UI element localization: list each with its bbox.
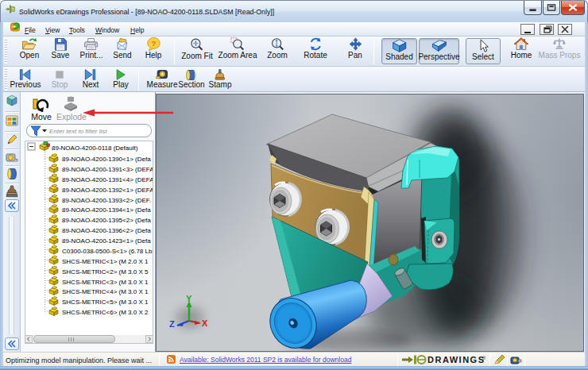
svg-text:SHCS-METRIC<2> (M 3.0 X 5: SHCS-METRIC<2> (M 3.0 X 5 [62,268,149,276]
svg-text:89-NOAO-4200-1396<2> (Defa: 89-NOAO-4200-1396<2> (Defa [62,227,151,234]
svg-text:C0300-038-0500-S<1> (6.78 Lb: C0300-038-0500-S<1> (6.78 Lb [62,248,153,255]
svg-text:89-NOAO-4200-1391<4> (DEFA: 89-NOAO-4200-1391<4> (DEFA [62,176,153,183]
svg-text:89-NOAO-4200-1393<2> (DEF.: 89-NOAO-4200-1393<2> (DEF. [62,197,151,204]
svg-text:X: X [202,318,208,328]
svg-text:89-NOAO-4200-1392<1> (DEFA: 89-NOAO-4200-1392<1> (DEFA [62,187,153,194]
svg-text:®: ® [482,356,486,360]
svg-text:Y: Y [186,294,192,303]
svg-text:89-NOAO-4200-1394<1> (Defa: 89-NOAO-4200-1394<1> (Defa [62,206,151,214]
svg-text:Z: Z [169,319,175,329]
svg-text:SHCS-METRIC<6> (M 3.0 X 2: SHCS-METRIC<6> (M 3.0 X 2 [62,309,149,316]
svg-text:?: ? [151,39,156,48]
svg-text:DRAWINGS: DRAWINGS [427,355,485,364]
svg-text:SHCS-METRIC<5> (M 3.0 X 1: SHCS-METRIC<5> (M 3.0 X 1 [62,299,149,306]
svg-text:89-NOAO-4200-1390<1> (Defa: 89-NOAO-4200-1390<1> (Defa [62,156,151,163]
svg-text:89-NOAO-4200-1423<1> (Defa: 89-NOAO-4200-1423<1> (Defa [62,237,151,245]
svg-text:SHCS-METRIC<3> (M 3.0 X 1: SHCS-METRIC<3> (M 3.0 X 1 [62,279,149,286]
svg-text:89-NOAO-4200-0118 (Default): 89-NOAO-4200-0118 (Default) [52,145,138,152]
svg-text:89-NOAO-4200-1391<3> (DEFA: 89-NOAO-4200-1391<3> (DEFA [62,166,153,173]
svg-text:89-NOAO-4200-1395<2> (Defa: 89-NOAO-4200-1395<2> (Defa [62,217,151,224]
svg-text:SHCS-METRIC<4> (M 3.0 X 1: SHCS-METRIC<4> (M 3.0 X 1 [62,288,149,295]
svg-text:SHCS-METRIC<1> (M 2.0 X 1: SHCS-METRIC<1> (M 2.0 X 1 [62,258,149,265]
